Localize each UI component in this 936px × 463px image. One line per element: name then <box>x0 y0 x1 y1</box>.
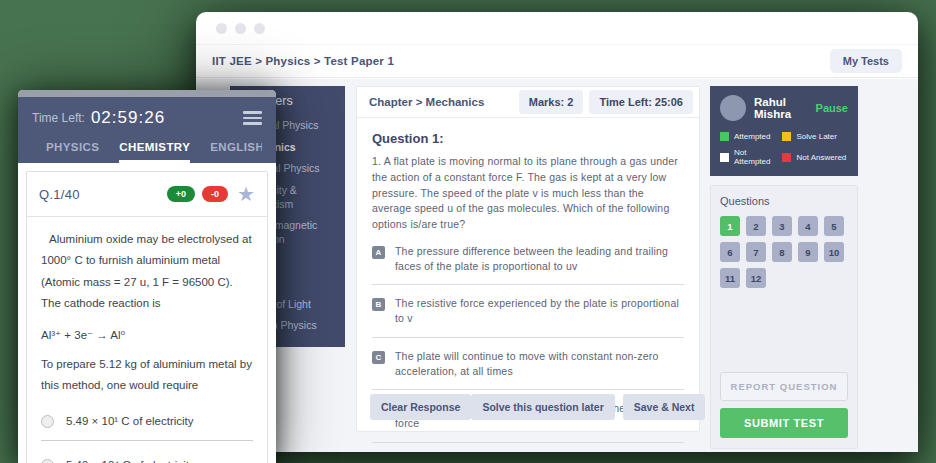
avatar <box>720 95 746 121</box>
option-b[interactable]: B The resistive force experienced by the… <box>372 296 684 326</box>
marks-badge: Marks: 2 <box>519 90 584 114</box>
option-b-text: The resistive force experienced by the p… <box>395 296 684 326</box>
phone-status-bar <box>18 90 276 97</box>
option-a-text: The pressure difference between the lead… <box>395 244 684 274</box>
divider <box>372 389 684 390</box>
question-tile-3[interactable]: 3 <box>772 216 792 236</box>
submit-test-button[interactable]: SUBMIT TEST <box>720 408 848 438</box>
question-counter: Q.1/40 <box>39 187 80 202</box>
option-b-badge: B <box>372 298 385 311</box>
mobile-header: Time Left: 02:59:26 PHYSICS CHEMISTRY EN… <box>18 97 276 163</box>
tab-english-proficiency[interactable]: ENGLISH PROFICIENCY <box>210 141 262 163</box>
legend-attempted: Attempted <box>720 132 778 141</box>
divider <box>372 442 684 443</box>
top-nav-bar: IIT JEE > Physics > Test Paper 1 My Test… <box>196 44 918 78</box>
window-titlebar <box>196 12 918 44</box>
question-tile-7[interactable]: 7 <box>746 242 766 262</box>
chapter-path: Chapter > Mechanics <box>369 96 484 108</box>
mobile-question-text: Aluminium oxide may be electrolysed at 1… <box>41 229 253 314</box>
questions-title: Questions <box>720 195 848 207</box>
bookmark-star-icon[interactable]: ★ <box>237 184 255 204</box>
question-number-grid: 1 2 3 4 5 6 7 8 9 10 11 12 <box>720 216 848 288</box>
question-tile-9[interactable]: 9 <box>798 242 818 262</box>
tab-chemistry[interactable]: CHEMISTRY <box>119 141 190 163</box>
hamburger-menu-icon[interactable] <box>243 108 262 128</box>
question-tile-11[interactable]: 11 <box>720 268 740 288</box>
solve-later-button[interactable]: Solve this question later <box>471 394 614 420</box>
mobile-option-1[interactable]: 5.49 × 10¹ C of electricity <box>27 397 267 428</box>
subject-tabs: PHYSICS CHEMISTRY ENGLISH PROFICIENCY <box>32 128 262 163</box>
attempted-swatch-icon <box>720 132 729 141</box>
window-dot-icon[interactable] <box>254 23 265 34</box>
not-attempted-swatch-icon <box>720 153 729 162</box>
clear-response-button[interactable]: Clear Response <box>370 394 471 420</box>
mobile-option-2-text: 5.49 × 10⁴ C of electricity <box>66 459 195 463</box>
option-a-badge: A <box>372 246 385 259</box>
user-name: Rahul Mishra <box>754 96 808 120</box>
browser-window: IIT JEE > Physics > Test Paper 1 My Test… <box>196 12 918 452</box>
legend-label: Not Answered <box>796 153 846 162</box>
mobile-question-text-2: To prepare 5.12 kg of aluminium metal by… <box>41 354 253 397</box>
mobile-timer: 02:59:26 <box>91 108 165 128</box>
question-tile-2[interactable]: 2 <box>746 216 766 236</box>
window-dot-icon[interactable] <box>235 23 246 34</box>
tab-physics[interactable]: PHYSICS <box>46 141 99 163</box>
question-text: 1. A flat plate is moving normal to its … <box>372 154 684 233</box>
radio-icon[interactable] <box>41 415 54 428</box>
option-c-text: The plate will continue to move with con… <box>395 349 684 379</box>
breadcrumb[interactable]: IIT JEE > Physics > Test Paper 1 <box>212 55 394 67</box>
mobile-time-left-label: Time Left: <box>32 111 85 125</box>
question-panel: Chapter > Mechanics Marks: 2 Time Left: … <box>356 86 700 432</box>
question-tile-10[interactable]: 10 <box>824 242 844 262</box>
divider <box>372 337 684 338</box>
radio-icon[interactable] <box>41 459 54 463</box>
question-tile-5[interactable]: 5 <box>824 216 844 236</box>
mobile-option-1-text: 5.49 × 10¹ C of electricity <box>66 415 194 427</box>
option-c-badge: C <box>372 351 385 364</box>
solve-later-swatch-icon <box>782 132 791 141</box>
mobile-body: Q.1/40 +0 -0 ★ Aluminium oxide may be el… <box>18 163 276 463</box>
questions-palette: Questions 1 2 3 4 5 6 7 8 9 10 11 12 REP… <box>710 185 858 449</box>
legend-label: Attempted <box>734 132 770 141</box>
status-legend: Attempted Solve Later Not Attempted Not … <box>720 132 848 166</box>
legend-label: Solve Later <box>796 132 836 141</box>
chemical-reaction: Al³⁺ + 3e⁻ → Al⁰ <box>27 314 267 342</box>
mobile-question-header: Q.1/40 +0 -0 ★ <box>27 172 267 217</box>
save-next-button[interactable]: Save & Next <box>623 394 706 420</box>
question-tile-1[interactable]: 1 <box>720 216 740 236</box>
question-tile-12[interactable]: 12 <box>746 268 766 288</box>
question-tile-8[interactable]: 8 <box>772 242 792 262</box>
divider <box>372 284 684 285</box>
question-panel-header: Chapter > Mechanics Marks: 2 Time Left: … <box>357 87 699 118</box>
positive-marks-badge: +0 <box>167 186 195 202</box>
content-area: Chapters General Physics Mechanics Therm… <box>196 79 918 452</box>
mobile-app-window: Time Left: 02:59:26 PHYSICS CHEMISTRY EN… <box>18 90 276 463</box>
legend-label: Not Attempted <box>734 148 778 166</box>
pause-button[interactable]: Pause <box>816 102 848 114</box>
legend-not-answered: Not Answered <box>782 148 848 166</box>
report-question-button[interactable]: REPORT QUESTION <box>720 372 848 401</box>
not-answered-swatch-icon <box>782 153 791 162</box>
negative-marks-badge: -0 <box>202 186 228 202</box>
right-panel: Rahul Mishra Pause Attempted Solve Later… <box>710 86 858 449</box>
user-box: Rahul Mishra Pause Attempted Solve Later… <box>710 86 858 176</box>
question-title: Question 1: <box>372 131 684 146</box>
option-a[interactable]: A The pressure difference between the le… <box>372 244 684 274</box>
my-tests-button[interactable]: My Tests <box>830 49 902 73</box>
question-tile-4[interactable]: 4 <box>798 216 818 236</box>
mobile-question-card: Q.1/40 +0 -0 ★ Aluminium oxide may be el… <box>26 171 268 463</box>
legend-not-attempted: Not Attempted <box>720 148 778 166</box>
time-left-badge: Time Left: 25:06 <box>589 90 693 114</box>
window-dot-icon[interactable] <box>216 23 227 34</box>
question-footer: Clear Response Solve this question later… <box>370 394 686 420</box>
question-tile-6[interactable]: 6 <box>720 242 740 262</box>
option-c[interactable]: C The plate will continue to move with c… <box>372 349 684 379</box>
legend-solve-later: Solve Later <box>782 132 848 141</box>
mobile-option-2[interactable]: 5.49 × 10⁴ C of electricity <box>27 441 267 463</box>
